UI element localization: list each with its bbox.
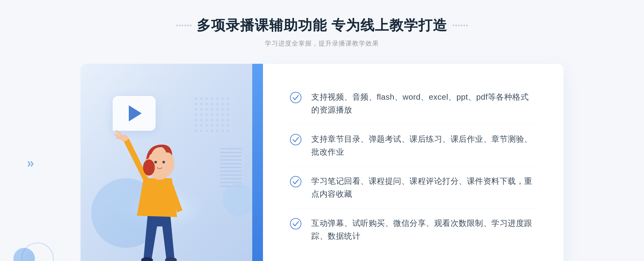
- svg-point-6: [227, 98, 229, 100]
- header-decorator-left: [176, 25, 191, 26]
- svg-point-15: [200, 108, 202, 110]
- svg-point-12: [222, 103, 224, 105]
- page-container: » 多项录播课辅助功能 专为线上教学打造 学习进度全掌握，提升: [0, 0, 644, 261]
- svg-point-1: [200, 98, 202, 100]
- svg-point-72: [290, 92, 301, 103]
- decorator-dot: [455, 25, 457, 26]
- blue-strip-deco: [252, 64, 263, 261]
- right-features-panel: 支持视频、音频、flash、word、excel、ppt、pdf等各种格式的资源…: [263, 64, 564, 261]
- decorator-dot: [453, 25, 454, 26]
- page-title: 多项录播课辅助功能 专为线上教学打造: [197, 16, 447, 35]
- feature-item-1: 支持视频、音频、flash、word、excel、ppt、pdf等各种格式的资源…: [290, 83, 537, 125]
- check-icon-3: [290, 176, 302, 188]
- decorator-dot: [458, 25, 460, 26]
- svg-point-3: [211, 98, 213, 100]
- feature-text-1: 支持视频、音频、flash、word、excel、ppt、pdf等各种格式的资源…: [311, 91, 537, 116]
- decorator-dot: [466, 25, 468, 26]
- svg-point-17: [211, 108, 213, 110]
- page-subtitle: 学习进度全掌握，提升录播课教学效果: [176, 39, 468, 48]
- svg-point-7: [195, 103, 197, 105]
- decorator-dot: [182, 25, 183, 26]
- decorator-dot: [461, 25, 462, 26]
- svg-point-0: [195, 98, 197, 100]
- decorator-dot: [463, 25, 465, 26]
- svg-point-8: [200, 103, 202, 105]
- svg-point-74: [290, 176, 301, 187]
- svg-point-18: [216, 108, 218, 110]
- check-icon-1: [290, 92, 302, 103]
- left-illustration-panel: // Generate dot grid via SVG «: [80, 64, 263, 261]
- decorator-dot: [190, 25, 191, 26]
- svg-point-65: [143, 159, 155, 176]
- feature-text-3: 学习笔记回看、课程提问、课程评论打分、课件资料下载，重点内容收藏: [311, 175, 537, 200]
- main-content: // Generate dot grid via SVG «: [80, 64, 564, 261]
- svg-point-10: [211, 103, 213, 105]
- check-icon-2: [290, 134, 302, 146]
- svg-point-14: [195, 108, 197, 110]
- feature-item-2: 支持章节目录、弹题考试、课后练习、课后作业、章节测验、批改作业: [290, 125, 537, 167]
- feature-item-3: 学习笔记回看、课程提问、课程评论打分、课件资料下载，重点内容收藏: [290, 167, 537, 209]
- check-icon-4: [290, 218, 302, 230]
- person-illustration: [102, 114, 231, 261]
- header-decorator-right: [453, 25, 468, 26]
- ext-circle-outline: [21, 243, 54, 261]
- decorator-dot: [184, 25, 186, 26]
- svg-point-16: [206, 108, 208, 110]
- svg-point-9: [206, 103, 208, 105]
- svg-point-13: [227, 103, 229, 105]
- svg-point-73: [290, 134, 301, 145]
- svg-point-67: [162, 161, 165, 163]
- feature-text-4: 互动弹幕、试听购买、微信分享、观看次数限制、学习进度跟踪、数据统计: [311, 217, 537, 243]
- svg-point-20: [227, 108, 229, 110]
- svg-point-2: [206, 98, 208, 100]
- svg-point-5: [222, 98, 224, 100]
- svg-point-66: [154, 161, 157, 163]
- svg-point-75: [290, 218, 301, 229]
- decorator-dot: [179, 25, 181, 26]
- header-title-row: 多项录播课辅助功能 专为线上教学打造: [176, 16, 468, 35]
- decorator-dot: [187, 25, 189, 26]
- feature-item-4: 互动弹幕、试听购买、微信分享、观看次数限制、学习进度跟踪、数据统计: [290, 209, 537, 251]
- svg-point-19: [222, 108, 224, 110]
- svg-point-11: [216, 103, 218, 105]
- header-section: 多项录播课辅助功能 专为线上教学打造 学习进度全掌握，提升录播课教学效果: [176, 16, 468, 48]
- chevron-left-deco: »: [27, 155, 34, 170]
- feature-text-2: 支持章节目录、弹题考试、课后练习、课后作业、章节测验、批改作业: [311, 133, 537, 158]
- decorator-dot: [176, 25, 178, 26]
- svg-point-4: [216, 98, 218, 100]
